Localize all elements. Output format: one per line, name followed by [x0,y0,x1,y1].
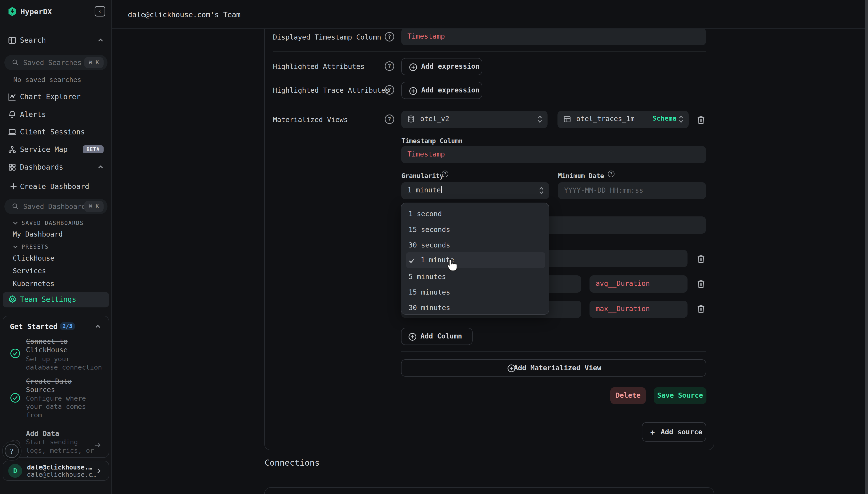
dropdown-option[interactable]: 5 minutes [408,273,446,281]
chevron-up-icon[interactable] [95,323,101,329]
create-dashboard-button[interactable]: Create Dashboard [0,178,112,195]
app-window: HyperDX ‹ Search Saved Searches ⌘ K No s… [0,0,868,494]
dropdown-option[interactable]: 15 seconds [408,226,450,234]
help-icon[interactable]: ? [442,171,448,177]
delete-row-icon[interactable] [696,279,706,289]
question-mark-icon: ? [5,444,19,458]
granularity-label: Granularity [401,172,443,179]
sidebar-item-alerts[interactable]: Alerts [0,106,112,124]
mv-column-expression-input[interactable]: avg__Duration [590,276,688,292]
team-title: dale@clickhouse.com's Team [128,11,240,19]
divider [273,105,706,105]
highlighted-trace-attributes-label: Highlighted Trace Attributes [273,87,390,94]
sidebar-item-my-dashboard[interactable]: My Dashboard [13,230,63,238]
materialized-table-select[interactable]: otel_traces_1m Schema [558,111,689,128]
laptop-icon [8,128,17,137]
brand-title: HyperDX [20,7,52,16]
timestamp-column-input[interactable]: Timestamp [401,146,706,163]
sidebar-collapse-icon[interactable]: ‹ [95,6,105,17]
top-header: dale@clickhouse.com's Team [112,0,868,29]
dropdown-option[interactable]: 30 minutes [408,304,450,312]
select-value: otel_v2 [420,115,449,123]
add-materialized-view-button[interactable]: Add Materialized View [401,359,706,377]
granularity-select[interactable]: 1 minute [401,182,549,200]
step-title[interactable]: Add Data [26,430,59,438]
delete-materialized-view-icon[interactable] [696,115,706,125]
granularity-value: 1 minute [407,186,441,194]
saved-searches-input[interactable]: Saved Searches ⌘ K [4,55,108,70]
logo-row: HyperDX ‹ [0,5,112,24]
sidebar-item-label: Search [20,36,46,44]
create-dashboard-label: Create Dashboard [20,182,89,191]
delete-row-icon[interactable] [696,253,706,264]
table-icon [563,115,571,123]
help-icon[interactable]: ? [608,171,615,177]
sidebar-item-chart-explorer[interactable]: Chart Explorer [0,89,112,106]
user-menu[interactable]: D dale@clickhouse.… dale@clickhouse.c… [3,461,109,481]
sidebar-item-team-settings[interactable]: Team Settings [3,292,109,307]
help-button[interactable]: ? [2,441,22,461]
page-scrollbar[interactable] [865,0,868,494]
add-expression-button[interactable]: Add expression [401,82,482,99]
schema-button[interactable]: Schema [653,115,677,122]
timestamp-column-label: Timestamp Column [401,137,463,145]
add-expression-button[interactable]: Add expression [401,58,482,75]
mv-column-expression-input[interactable]: max__Duration [590,301,688,318]
help-icon[interactable]: ? [385,61,394,71]
saved-searches-placeholder: Saved Searches [23,59,81,67]
delete-source-button[interactable]: Delete [610,387,646,404]
no-saved-searches-text: No saved searches [13,76,81,83]
button-label: Add expression [421,86,479,94]
dashboards-icon [8,163,17,172]
minimum-date-label: Minimum Date [558,172,604,179]
dropdown-option-selected[interactable]: 1 minute [406,252,545,268]
help-icon[interactable]: ? [385,115,394,124]
chevron-up-icon[interactable] [98,37,103,43]
sidebar-item-kubernetes[interactable]: Kubernetes [13,280,54,288]
check-circle-icon [10,393,20,403]
dropdown-option[interactable]: 15 minutes [408,288,450,296]
sidebar-item-label: Client Sessions [20,128,85,136]
displayed-timestamp-label: Displayed Timestamp Column [273,33,381,41]
sidebar-item-clickhouse[interactable]: ClickHouse [13,254,54,262]
shortcut-badge: ⌘ K [84,201,103,212]
materialized-view-select[interactable]: otel_v2 [401,111,547,128]
add-column-button[interactable]: Add Column [401,328,472,345]
team-settings-label: Team Settings [20,295,76,304]
save-source-button[interactable]: Save Source [654,387,707,404]
help-icon[interactable]: ? [385,32,394,41]
avatar: D [8,464,22,478]
button-label: Add Materialized View [514,364,601,372]
saved-dashboards-input[interactable]: Saved Dashboards ⌘ K [4,199,108,214]
sidebar-item-client-sessions[interactable]: Client Sessions [0,124,112,141]
circle-plus-icon [409,87,417,95]
delete-row-icon[interactable] [696,303,706,314]
sidebar-item-services[interactable]: Services [13,267,46,275]
step-title[interactable]: Connect toClickHouse [26,337,68,355]
section-label: SAVED DASHBOARDS [22,220,84,226]
chevron-up-icon[interactable] [98,164,103,170]
get-started-panel: Get Started 2/3 Connect toClickHouse Set… [3,316,109,458]
sidebar-item-search[interactable]: Search [0,32,112,49]
help-icon[interactable]: ? [385,85,394,95]
sidebar-item-label: Dashboards [20,163,63,171]
add-source-button[interactable]: + Add source [642,422,706,442]
sidebar-item-label: Chart Explorer [20,92,80,101]
search-icon [12,203,19,210]
select-value: otel_traces_1m [576,115,635,123]
minimum-date-placeholder: YYYY-MM-DD HH:mm:ss [564,186,643,194]
step-title[interactable]: Create DataSources [26,377,72,394]
sidebar-item-dashboards[interactable]: Dashboards [0,159,112,176]
section-label: PRESETS [22,244,49,250]
granularity-dropdown: 1 second 15 seconds 30 seconds 1 minute … [401,203,549,315]
displayed-timestamp-input[interactable]: Timestamp [401,28,706,45]
step-desc: Configure whereyour data comesfrom [26,394,86,419]
chevron-right-icon [96,468,102,474]
dropdown-option[interactable]: 30 seconds [408,241,450,249]
button-label: Add Column [420,332,462,340]
divider [273,52,706,52]
hyperdx-logo-icon [7,6,17,17]
minimum-date-input[interactable]: YYYY-MM-DD HH:mm:ss [558,182,706,200]
sidebar-item-service-map[interactable]: Service Map BETA [0,141,112,158]
dropdown-option[interactable]: 1 second [408,210,442,218]
